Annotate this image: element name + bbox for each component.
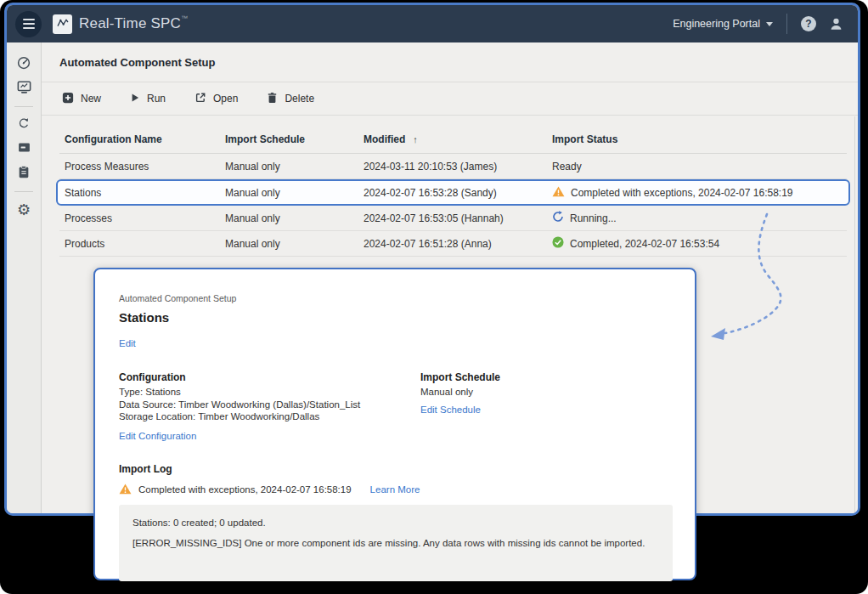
cell-configuration-name: Products [59, 238, 220, 250]
column-header-import-schedule[interactable]: Import Schedule [220, 133, 358, 145]
left-nav-sidebar: ⚙ [7, 42, 42, 516]
detail-panel: Automated Component Setup Stations Edit … [93, 268, 696, 580]
help-icon[interactable]: ? [801, 16, 816, 31]
import-log-status-text: Completed with exceptions, 2024-02-07 16… [138, 484, 352, 495]
chevron-down-icon [766, 22, 773, 26]
edit-schedule-link[interactable]: Edit Schedule [420, 404, 481, 415]
cell-configuration-name: Stations [59, 187, 220, 199]
open-external-icon [194, 92, 206, 106]
sidebar-item-sync[interactable] [11, 112, 37, 137]
run-button[interactable]: Run [130, 93, 166, 105]
portal-selector-label: Engineering Portal [673, 18, 760, 30]
import-schedule-heading: Import Schedule [420, 371, 500, 383]
edit-link[interactable]: Edit [119, 338, 136, 348]
cell-import-status: Ready [547, 161, 847, 173]
cell-configuration-name: Process Measures [59, 161, 220, 173]
run-button-label: Run [147, 93, 166, 105]
delete-button-label: Delete [285, 93, 314, 105]
import-log-box: Stations: 0 created; 0 updated. [ERROR_M… [119, 505, 673, 581]
configuration-data-source: Data Source: Timber Woodworking (Dallas)… [119, 399, 420, 411]
learn-more-link[interactable]: Learn More [370, 484, 420, 495]
sidebar-divider [14, 106, 33, 107]
table-row[interactable]: Products Manual only 2024-02-07 16:51:28… [59, 231, 847, 257]
gear-icon: ⚙ [17, 202, 31, 218]
column-header-modified[interactable]: Modified↑ [358, 133, 547, 145]
archive-box-icon [17, 140, 31, 158]
column-header-import-status[interactable]: Import Status [547, 133, 847, 145]
cell-modified: 2024-03-11 20:10:53 (James) [358, 161, 547, 173]
sidebar-divider [14, 191, 33, 192]
page-title: Automated Component Setup [59, 56, 215, 69]
configuration-heading: Configuration [119, 371, 420, 383]
cell-modified: 2024-02-07 16:51:28 (Anna) [358, 238, 547, 250]
cell-import-schedule: Manual only [220, 238, 358, 250]
trademark-symbol: ™ [181, 14, 188, 22]
import-schedule-section: Import Schedule Manual only Edit Schedul… [420, 371, 500, 443]
sidebar-item-dashboard[interactable] [11, 52, 37, 76]
log-line: Stations: 0 created; 0 updated. [132, 518, 659, 528]
table-row[interactable]: Process Measures Manual only 2024-03-11 … [59, 154, 847, 179]
cell-import-schedule: Manual only [220, 187, 358, 199]
new-button-label: New [81, 93, 101, 105]
sort-ascending-icon: ↑ [413, 134, 418, 144]
warning-icon [119, 484, 132, 496]
hamburger-menu-icon[interactable] [15, 11, 42, 37]
topbar-divider [786, 14, 787, 34]
panel-breadcrumb: Automated Component Setup [119, 293, 669, 303]
clipboard-icon [17, 165, 31, 183]
cell-configuration-name: Processes [59, 212, 220, 224]
top-bar: Real-Time SPC™ Engineering Portal ? [7, 5, 858, 42]
panel-title: Stations [119, 310, 669, 325]
configuration-type: Type: Stations [119, 387, 420, 399]
log-line: [ERROR_MISSING_IDS] One or more componen… [132, 538, 659, 548]
cell-import-schedule: Manual only [220, 212, 358, 224]
configuration-storage-location: Storage Location: Timber Woodworking/Dal… [119, 411, 420, 423]
column-header-configuration-name[interactable]: Configuration Name [59, 133, 220, 145]
running-refresh-icon [552, 211, 564, 225]
new-button[interactable]: New [62, 92, 101, 106]
cell-import-status: Running... [547, 211, 847, 225]
cell-import-schedule: Manual only [220, 161, 358, 173]
trash-icon [267, 92, 278, 106]
sidebar-item-settings[interactable]: ⚙ [11, 197, 37, 222]
open-button[interactable]: Open [194, 92, 238, 106]
configurations-table: Configuration Name Import Schedule Modif… [59, 116, 847, 257]
import-schedule-value: Manual only [420, 387, 500, 399]
table-row[interactable]: Processes Manual only 2024-02-07 16:53:0… [59, 206, 847, 231]
configuration-section: Configuration Type: Stations Data Source… [119, 371, 420, 443]
app-logo-icon [53, 14, 72, 34]
warning-icon [552, 186, 565, 200]
cell-import-status: Completed with exceptions, 2024-02-07 16… [547, 186, 848, 200]
scrollbar-track-line [854, 116, 855, 516]
user-account-icon[interactable] [828, 16, 844, 32]
import-log-section: Import Log Completed with exceptions, 20… [119, 463, 669, 581]
screenshot-frame: Real-Time SPC™ Engineering Portal ? [0, 0, 868, 594]
open-button-label: Open [213, 93, 238, 105]
success-check-icon [552, 236, 564, 251]
action-toolbar: New Run Open Delete [42, 82, 858, 116]
table-row-selected[interactable]: Stations Manual only 2024-02-07 16:53:28… [56, 179, 850, 206]
sync-icon [17, 116, 31, 133]
sidebar-item-tasks[interactable] [11, 161, 37, 186]
play-icon [130, 93, 140, 105]
sidebar-item-charts[interactable] [11, 76, 37, 101]
cell-modified: 2024-02-07 16:53:28 (Sandy) [358, 187, 547, 199]
chart-monitor-icon [16, 79, 32, 99]
plus-icon [62, 92, 74, 106]
edit-configuration-link[interactable]: Edit Configuration [119, 431, 196, 441]
sidebar-item-archive[interactable] [11, 137, 37, 161]
gauge-icon [16, 55, 31, 74]
product-name: Real-Time SPC™ [79, 15, 188, 32]
import-log-heading: Import Log [119, 463, 669, 475]
table-header-row: Configuration Name Import Schedule Modif… [59, 116, 847, 154]
cell-import-status: Completed, 2024-02-07 16:53:54 [547, 236, 847, 251]
portal-selector[interactable]: Engineering Portal [673, 18, 773, 30]
page-title-bar: Automated Component Setup [42, 42, 858, 82]
delete-button[interactable]: Delete [267, 92, 314, 106]
cell-modified: 2024-02-07 16:53:05 (Hannah) [358, 212, 547, 224]
